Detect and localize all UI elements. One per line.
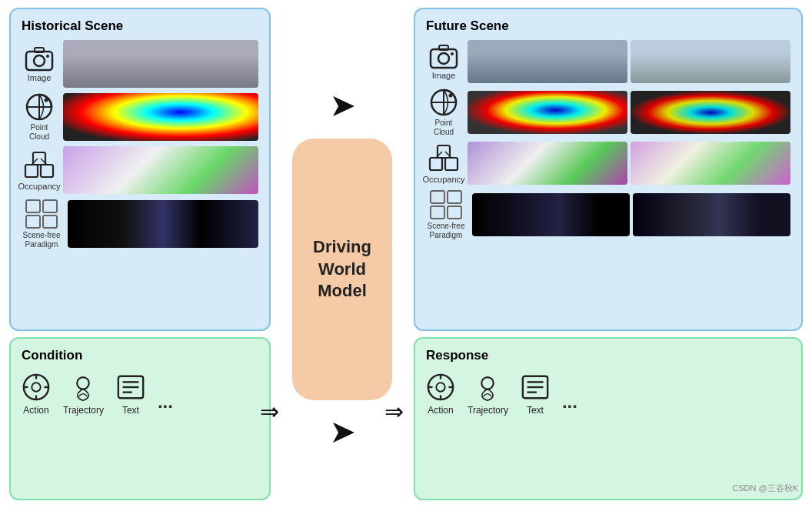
hist-occ-img — [63, 146, 258, 194]
future-image-row: Image — [426, 40, 790, 83]
image-label: Image — [28, 73, 52, 82]
svg-point-1 — [34, 55, 45, 66]
condition-dots: ... — [158, 391, 173, 416]
future-lidar2 — [631, 91, 790, 134]
response-dots: ... — [562, 391, 577, 416]
historical-pointcloud-row: Point Cloud — [22, 92, 258, 142]
hollow-arrow-resp: ⇒ — [384, 398, 404, 425]
pointcloud-label: Point Cloud — [22, 123, 57, 142]
future-occupancy-label: Occupancy — [422, 175, 464, 184]
future-road1 — [468, 40, 627, 83]
svg-rect-13 — [26, 200, 40, 212]
camera-icon-future: Image — [426, 43, 461, 80]
response-panel: Response Action Traject — [414, 337, 803, 500]
response-title: Response — [426, 348, 790, 363]
svg-rect-27 — [438, 145, 450, 158]
bold-arrow-right-bottom: ➤ — [331, 416, 354, 449]
hist-lidar-img — [63, 93, 258, 141]
occupancy-label: Occupancy — [18, 182, 60, 191]
condition-panel: Condition Action Trajec — [9, 337, 271, 500]
arrow-to-model: ➤ — [331, 91, 354, 122]
future-sf-pair — [472, 193, 790, 236]
future-pointcloud-label: Point Cloud — [426, 119, 461, 137]
text-label-resp: Text — [527, 405, 544, 416]
arrow-from-model: ➤ — [331, 417, 354, 448]
svg-rect-31 — [448, 191, 461, 203]
future-lidar-pair — [468, 91, 790, 134]
model-box: Driving World Model — [292, 139, 392, 400]
response-text: Text — [521, 373, 550, 416]
svg-point-7 — [45, 99, 48, 102]
svg-point-40 — [78, 377, 90, 389]
scenefree-label: Scene-freeParadigm — [23, 231, 61, 249]
hollow-arrow-cond: ⇒ — [260, 398, 279, 425]
condition-items: Action Trajectory Text — [22, 369, 258, 416]
svg-point-24 — [449, 94, 453, 98]
future-occ2 — [631, 142, 790, 185]
future-sf1 — [472, 193, 630, 236]
svg-rect-0 — [26, 52, 52, 70]
svg-point-51 — [482, 377, 494, 389]
svg-rect-2 — [35, 48, 44, 52]
svg-point-46 — [436, 383, 444, 391]
future-title: Future Scene — [426, 18, 790, 34]
condition-title: Condition — [22, 348, 258, 363]
future-scenefree-row: Scene-freeParadigm — [426, 189, 790, 240]
future-image-label: Image — [432, 71, 456, 80]
bottom-right-arrow: ⇒ — [384, 398, 404, 425]
svg-rect-9 — [41, 165, 53, 177]
future-image-pair — [468, 40, 790, 83]
text-label-cond: Text — [122, 405, 139, 416]
future-rows: Image Point — [426, 40, 790, 240]
svg-rect-32 — [431, 206, 444, 219]
scenefree-icon-future: Scene-freeParadigm — [426, 189, 466, 240]
watermark: CSDN @三谷秋K — [732, 483, 798, 494]
future-occ1 — [468, 142, 627, 185]
svg-rect-15 — [26, 216, 40, 228]
trajectory-label-cond: Trajectory — [63, 405, 104, 416]
condition-text: Text — [116, 373, 145, 416]
svg-rect-19 — [439, 45, 448, 50]
svg-rect-16 — [43, 216, 57, 228]
trajectory-label-resp: Trajectory — [468, 405, 508, 416]
condition-action: Action — [22, 373, 51, 416]
svg-point-3 — [46, 55, 49, 58]
historical-scene-panel: Historical Scene Image — [9, 8, 271, 331]
bold-arrow-right-top: ➤ — [331, 90, 354, 122]
svg-point-20 — [451, 52, 454, 55]
hist-sf-img — [68, 200, 258, 248]
svg-rect-30 — [431, 191, 444, 203]
bottom-left-arrow: ⇒ — [260, 398, 279, 425]
svg-rect-25 — [430, 158, 442, 170]
svg-point-35 — [32, 383, 40, 391]
historical-rows: Image Point Cloud — [22, 40, 258, 249]
pointcloud-icon-hist: Point Cloud — [22, 92, 57, 142]
occupancy-icon-hist: Occupancy — [22, 149, 57, 191]
svg-rect-33 — [448, 206, 461, 219]
response-action: Action — [426, 373, 455, 416]
pointcloud-icon-future: Point Cloud — [426, 88, 461, 137]
historical-scenefree-row: Scene-freeParadigm — [22, 199, 258, 249]
response-items: Action Trajectory Text — [426, 369, 790, 416]
action-label-cond: Action — [23, 405, 48, 416]
action-label-resp: Action — [428, 405, 453, 416]
occupancy-icon-future: Occupancy — [426, 142, 461, 184]
future-sf2 — [633, 193, 790, 236]
future-scenefree-label: Scene-freeParadigm — [428, 222, 465, 240]
future-lidar1 — [468, 91, 627, 134]
model-text: Driving World Model — [313, 236, 371, 302]
future-pointcloud-row: Point Cloud — [426, 88, 790, 137]
hist-image-img — [63, 40, 258, 88]
response-trajectory: Trajectory — [468, 373, 508, 416]
svg-point-18 — [438, 53, 449, 64]
historical-title: Historical Scene — [22, 18, 258, 34]
future-occ-pair — [468, 142, 790, 185]
middle-column: ➤ Driving World Model ➤ — [277, 8, 408, 500]
condition-trajectory: Trajectory — [63, 373, 104, 416]
svg-rect-26 — [445, 158, 458, 170]
scenefree-icon-hist: Scene-freeParadigm — [22, 199, 62, 249]
historical-image-row: Image — [22, 40, 258, 88]
camera-icon-hist: Image — [22, 45, 57, 82]
historical-occupancy-row: Occupancy — [22, 146, 258, 194]
future-road2 — [631, 40, 790, 83]
